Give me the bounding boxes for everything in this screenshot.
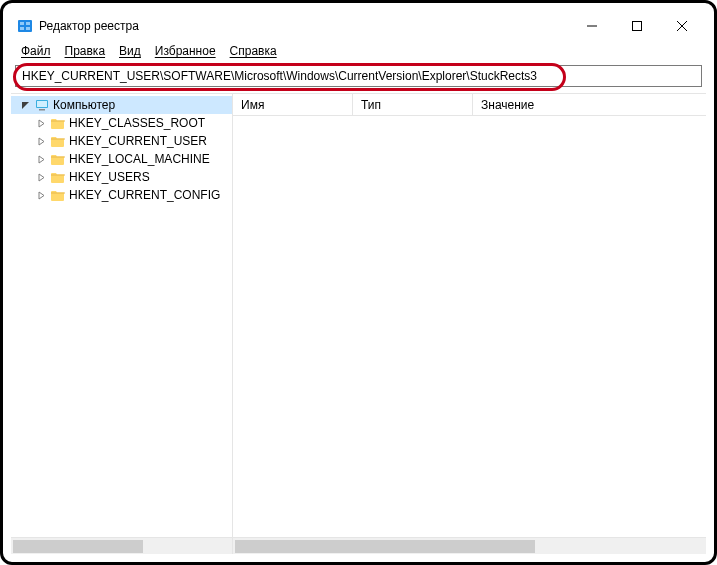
columns-header: Имя Тип Значение	[233, 94, 706, 116]
svg-rect-4	[26, 27, 30, 30]
minimize-button[interactable]	[569, 11, 614, 41]
column-value[interactable]: Значение	[473, 94, 706, 115]
registry-tree[interactable]: Компьютер HKEY_CLASSES_ROOT	[11, 94, 233, 554]
close-button[interactable]	[659, 11, 704, 41]
svg-marker-17	[39, 192, 44, 199]
column-name[interactable]: Имя	[233, 94, 353, 115]
regedit-icon	[17, 18, 33, 34]
list-horizontal-scrollbar[interactable]	[233, 537, 706, 554]
window-controls	[569, 11, 704, 41]
tree-item-label: HKEY_LOCAL_MACHINE	[69, 152, 210, 166]
tree-item-hkcr[interactable]: HKEY_CLASSES_ROOT	[11, 114, 232, 132]
tree-item-hku[interactable]: HKEY_USERS	[11, 168, 232, 186]
svg-rect-11	[37, 101, 47, 107]
chevron-right-icon[interactable]	[35, 119, 47, 128]
window-title: Редактор реестра	[39, 19, 139, 33]
svg-rect-1	[20, 22, 24, 25]
scrollbar-thumb[interactable]	[235, 540, 535, 553]
values-body[interactable]	[233, 116, 706, 537]
chevron-down-icon[interactable]	[19, 101, 31, 110]
maximize-button[interactable]	[614, 11, 659, 41]
svg-rect-12	[39, 109, 45, 111]
svg-rect-0	[18, 20, 32, 32]
titlebar: Редактор реестра	[11, 11, 706, 41]
chevron-right-icon[interactable]	[35, 173, 47, 182]
tree-item-hklm[interactable]: HKEY_LOCAL_MACHINE	[11, 150, 232, 168]
folder-icon	[51, 153, 65, 165]
column-type[interactable]: Тип	[353, 94, 473, 115]
chevron-right-icon[interactable]	[35, 155, 47, 164]
menu-favorites[interactable]: Избранное	[149, 42, 222, 60]
main-split: Компьютер HKEY_CLASSES_ROOT	[11, 93, 706, 554]
scrollbar-thumb[interactable]	[13, 540, 143, 553]
folder-icon	[51, 135, 65, 147]
computer-icon	[35, 98, 49, 112]
address-input[interactable]	[15, 65, 702, 87]
address-bar-container	[11, 61, 706, 93]
tree-item-label: HKEY_CURRENT_USER	[69, 134, 207, 148]
svg-marker-15	[39, 156, 44, 163]
chevron-right-icon[interactable]	[35, 137, 47, 146]
tree-item-hkcc[interactable]: HKEY_CURRENT_CONFIG	[11, 186, 232, 204]
svg-marker-14	[39, 138, 44, 145]
menu-file[interactable]: Файл	[15, 42, 57, 60]
menu-view[interactable]: Вид	[113, 42, 147, 60]
tree-item-label: HKEY_CLASSES_ROOT	[69, 116, 205, 130]
menubar: Файл Правка Вид Избранное Справка	[11, 41, 706, 61]
tree-root-label: Компьютер	[53, 98, 115, 112]
svg-rect-2	[26, 22, 30, 25]
svg-marker-16	[39, 174, 44, 181]
folder-icon	[51, 189, 65, 201]
svg-rect-3	[20, 27, 24, 30]
chevron-right-icon[interactable]	[35, 191, 47, 200]
svg-rect-6	[632, 22, 641, 31]
svg-marker-13	[39, 120, 44, 127]
values-list: Имя Тип Значение	[233, 94, 706, 554]
menu-help[interactable]: Справка	[224, 42, 283, 60]
menu-edit[interactable]: Правка	[59, 42, 112, 60]
tree-item-label: HKEY_CURRENT_CONFIG	[69, 188, 220, 202]
tree-item-label: HKEY_USERS	[69, 170, 150, 184]
tree-horizontal-scrollbar[interactable]	[11, 537, 232, 554]
folder-icon	[51, 117, 65, 129]
folder-icon	[51, 171, 65, 183]
tree-item-hkcu[interactable]: HKEY_CURRENT_USER	[11, 132, 232, 150]
tree-root-computer[interactable]: Компьютер	[11, 96, 232, 114]
svg-marker-9	[22, 102, 29, 109]
